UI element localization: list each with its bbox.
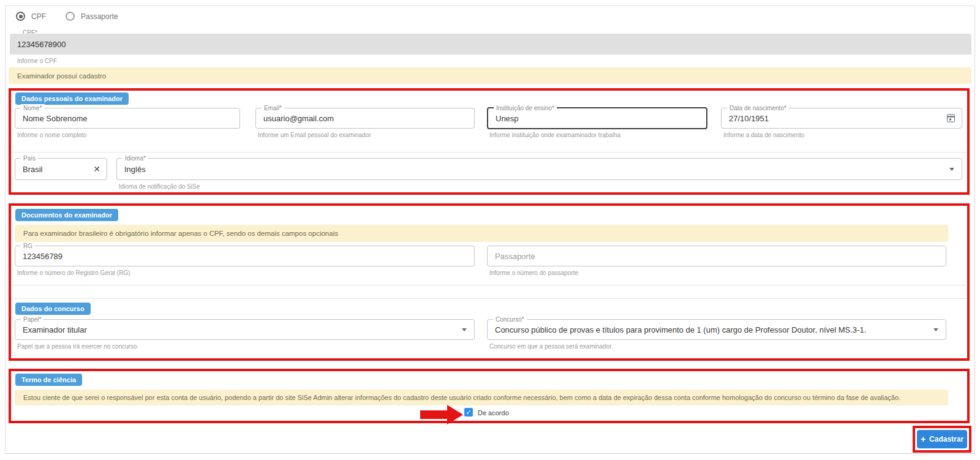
role-hint: Papel que a pessoa irá exercer no concur…	[17, 343, 138, 350]
concurso-section-badge: Dados do concurso	[15, 303, 91, 315]
personal-section-divider	[10, 152, 967, 153]
name-hint: Informe o nome completo	[17, 132, 86, 138]
name-input[interactable]	[15, 108, 239, 128]
rg-field: RG	[15, 246, 475, 266]
documents-section-badge: Documentos do examinador	[15, 209, 118, 221]
cadastrar-button[interactable]: + Cadastrar	[917, 430, 967, 448]
chevron-down-icon	[933, 328, 938, 331]
termo-section-badge: Termo de ciência	[15, 374, 82, 386]
examiner-registration-form: CPF Passaporte CPF* 12345678900 Informe …	[0, 0, 980, 460]
clear-country-icon[interactable]: ✕	[93, 164, 100, 174]
institution-hint: Informe instituição onde examaminador tr…	[489, 132, 620, 138]
passaporte-radio[interactable]	[66, 12, 75, 21]
email-label: Email*	[262, 104, 284, 112]
cpf-radio[interactable]	[16, 12, 25, 21]
birthdate-field: Data de nascimento*	[721, 108, 962, 129]
contest-value: Concurso público de provas e títulos par…	[495, 320, 927, 339]
chevron-down-icon	[949, 168, 954, 171]
passaporte-radio-label: Passaporte	[81, 12, 118, 21]
rg-label: RG	[21, 242, 35, 250]
language-select[interactable]: Idioma* Inglês	[116, 158, 962, 180]
cpf-value: 12345678900	[17, 34, 66, 55]
country-field: País ✕	[15, 158, 107, 180]
annotation-arrow	[420, 410, 448, 419]
contest-hint: Concurso em que a pessoa será examinador…	[489, 343, 613, 350]
cpf-hint: Informe o CPF	[17, 58, 57, 64]
cadastrar-button-label: Cadastrar	[929, 435, 963, 443]
termo-notice-banner: Estou ciente de que serei o responsável …	[15, 390, 948, 405]
rg-hint: Informe o número do Registro Geral (RG)	[17, 270, 130, 276]
passport-field	[487, 246, 946, 266]
institution-label: Instituição de ensino*	[494, 104, 557, 112]
email-field: Email*	[255, 108, 475, 129]
birthdate-label: Data de nascimento*	[727, 104, 789, 112]
language-value: Inglês	[124, 159, 943, 179]
language-hint: Idioma de notificação do SiSe	[119, 183, 200, 190]
personal-section-badge: Dados pessoais do examinador	[15, 92, 129, 105]
document-type-radio-group: CPF Passaporte	[16, 12, 132, 21]
rg-input[interactable]	[15, 246, 474, 266]
role-value: Examinador titular	[23, 320, 456, 339]
registered-alert-banner: Examinador possui cadastro	[9, 67, 971, 84]
agree-checkbox[interactable]: ✓	[464, 408, 473, 417]
calendar-icon[interactable]	[947, 115, 955, 123]
documents-divider-top	[10, 285, 967, 285]
passport-input[interactable]	[488, 246, 946, 266]
email-input[interactable]	[256, 108, 474, 128]
name-field: Nome*	[15, 108, 240, 129]
annotation-arrow-head	[447, 405, 463, 424]
institution-field: Instituição de ensino*	[487, 107, 707, 129]
documents-notice-banner: Para examinador brasileiro é obrigatório…	[15, 225, 948, 242]
cpf-input: 12345678900	[10, 34, 971, 55]
birthdate-hint: Informe a data de nascimento	[723, 132, 804, 138]
contest-select[interactable]: Concurso* Concurso público de provas e t…	[487, 319, 946, 340]
cpf-radio-label: CPF	[31, 12, 46, 21]
documents-divider-bottom	[10, 298, 967, 299]
role-select[interactable]: Papel* Examinador titular	[15, 319, 475, 340]
agree-checkbox-label: De acordo	[478, 409, 509, 417]
plus-icon: +	[921, 435, 925, 443]
country-label: País	[21, 154, 38, 162]
passport-hint: Informe o número do passaporte	[489, 270, 578, 276]
email-hint: Informe um Email pessoal do examinador	[258, 132, 371, 138]
name-label: Nome*	[21, 104, 45, 112]
chevron-down-icon	[462, 328, 467, 331]
